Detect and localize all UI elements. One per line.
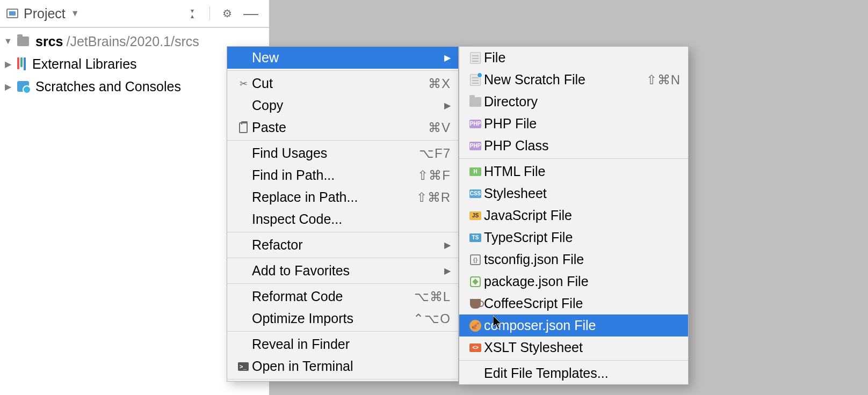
folder-icon bbox=[17, 36, 29, 46]
menu-item-label: composer.json File bbox=[484, 318, 681, 333]
toolbar-divider bbox=[209, 6, 210, 20]
project-view-dropdown-icon[interactable]: ▼ bbox=[71, 9, 79, 18]
menu-item-label: Find Usages bbox=[252, 145, 419, 161]
tsconfig-icon bbox=[470, 254, 481, 265]
scratches-label: Scratches and Consoles bbox=[35, 79, 181, 94]
coffee-icon bbox=[470, 299, 481, 309]
context-menu-item[interactable]: Reveal in Finder bbox=[227, 333, 458, 355]
menu-separator bbox=[227, 283, 458, 284]
menu-separator bbox=[227, 258, 458, 258]
menu-item-label: Reformat Code bbox=[252, 289, 414, 304]
context-menu-item[interactable]: Add to Favorites▶ bbox=[227, 260, 458, 282]
composer-icon bbox=[469, 320, 481, 332]
menu-item-shortcut: ⌘V bbox=[428, 120, 451, 135]
context-menu-item[interactable]: Refactor▶ bbox=[227, 234, 458, 256]
menu-item-label: Reveal in Finder bbox=[252, 337, 451, 352]
project-view-icon bbox=[6, 9, 18, 18]
menu-item-shortcut: ⇧⌘N bbox=[646, 72, 681, 87]
menu-item-label: CoffeeScript File bbox=[484, 296, 681, 311]
php-icon: PHP bbox=[469, 120, 481, 128]
menu-item-label: Optimize Imports bbox=[252, 311, 413, 326]
menu-item-shortcut: ⌃⌥O bbox=[413, 311, 451, 326]
new-submenu-item[interactable]: Directory bbox=[459, 91, 688, 113]
tree-root-name: srcs bbox=[35, 34, 63, 49]
menu-item-label: New Scratch File bbox=[484, 72, 646, 87]
menu-item-label: Edit File Templates... bbox=[484, 365, 681, 381]
new-submenu-item[interactable]: <>XSLT Stylesheet bbox=[459, 337, 688, 359]
menu-separator bbox=[227, 331, 458, 332]
php-icon: PHP bbox=[469, 142, 481, 150]
new-submenu-item[interactable]: package.json File bbox=[459, 270, 688, 292]
context-menu-item[interactable]: >_Open in Terminal bbox=[227, 355, 458, 377]
context-menu-item[interactable]: Paste⌘V bbox=[227, 116, 458, 138]
chevron-down-icon[interactable]: ▼ bbox=[2, 36, 14, 46]
menu-separator bbox=[227, 140, 458, 141]
context-menu-item[interactable]: Reformat Code⌥⌘L bbox=[227, 286, 458, 308]
new-submenu-item[interactable]: tsconfig.json File bbox=[459, 248, 688, 270]
menu-item-label: New bbox=[252, 50, 444, 65]
menu-item-label: PHP Class bbox=[484, 138, 681, 153]
new-submenu: FileNew Scratch File⇧⌘NDirectoryPHPPHP F… bbox=[459, 46, 689, 385]
menu-item-label: PHP File bbox=[484, 116, 681, 131]
js-icon: JS bbox=[469, 211, 481, 220]
chevron-right-icon: ▶ bbox=[444, 53, 451, 63]
menu-separator bbox=[459, 360, 688, 361]
scratch-file-icon bbox=[470, 74, 481, 86]
menu-item-label: Refactor bbox=[252, 237, 444, 253]
new-submenu-item[interactable]: HHTML File bbox=[459, 160, 688, 182]
tree-root-path: /JetBrains/2020.1/srcs bbox=[66, 34, 199, 49]
collapse-all-icon[interactable] bbox=[185, 6, 200, 21]
scratches-icon bbox=[17, 81, 29, 92]
hide-panel-icon[interactable]: — bbox=[243, 6, 258, 21]
menu-item-label: Replace in Path... bbox=[252, 189, 416, 205]
chevron-right-icon[interactable]: ▶ bbox=[2, 82, 14, 92]
file-icon bbox=[470, 52, 481, 64]
new-submenu-item[interactable]: File bbox=[459, 47, 688, 69]
menu-item-label: Copy bbox=[252, 98, 444, 113]
context-menu-item[interactable]: Find Usages⌥F7 bbox=[227, 142, 458, 164]
new-submenu-item[interactable]: PHPPHP Class bbox=[459, 135, 688, 157]
directory-icon bbox=[469, 97, 481, 107]
context-menu-item[interactable]: Find in Path...⇧⌘F bbox=[227, 164, 458, 186]
gear-icon[interactable]: ⚙ bbox=[220, 6, 235, 21]
new-submenu-item[interactable]: JSJavaScript File bbox=[459, 204, 688, 226]
new-submenu-item[interactable]: CoffeeScript File bbox=[459, 292, 688, 314]
menu-item-label: Find in Path... bbox=[252, 167, 417, 183]
new-submenu-item[interactable]: Edit File Templates... bbox=[459, 362, 688, 384]
new-submenu-item[interactable]: PHPPHP File bbox=[459, 113, 688, 135]
new-submenu-item[interactable]: New Scratch File⇧⌘N bbox=[459, 69, 688, 91]
xslt-icon: <> bbox=[469, 343, 481, 352]
menu-item-label: Directory bbox=[484, 94, 681, 109]
menu-item-shortcut: ⌥⌘L bbox=[414, 289, 451, 304]
new-submenu-item[interactable]: composer.json File bbox=[459, 314, 688, 337]
context-menu-item[interactable]: Replace in Path...⇧⌘R bbox=[227, 186, 458, 208]
menu-item-label: Add to Favorites bbox=[252, 263, 444, 279]
menu-item-label: File bbox=[484, 50, 681, 65]
menu-separator bbox=[227, 379, 458, 379]
new-submenu-item[interactable]: CSSStylesheet bbox=[459, 182, 688, 204]
terminal-icon: >_ bbox=[238, 362, 249, 371]
menu-separator bbox=[459, 158, 688, 159]
menu-item-label: Paste bbox=[252, 120, 428, 135]
context-menu-item[interactable]: Optimize Imports⌃⌥O bbox=[227, 308, 458, 330]
menu-item-label: Cut bbox=[252, 76, 428, 91]
project-view-label[interactable]: Project bbox=[24, 6, 66, 21]
css-icon: CSS bbox=[469, 189, 481, 198]
menu-item-shortcut: ⌥F7 bbox=[419, 146, 451, 161]
menu-item-label: TypeScript File bbox=[484, 230, 681, 245]
project-header: Project ▼ ⚙ — bbox=[0, 0, 269, 28]
html-icon: H bbox=[469, 167, 481, 176]
menu-item-label: Inspect Code... bbox=[252, 211, 451, 227]
ts-icon: TS bbox=[469, 233, 481, 242]
context-menu-item[interactable]: Copy▶ bbox=[227, 94, 458, 116]
menu-item-label: Stylesheet bbox=[484, 186, 681, 201]
context-menu-item[interactable]: New▶ bbox=[227, 47, 458, 69]
menu-item-label: HTML File bbox=[484, 164, 681, 179]
new-submenu-item[interactable]: TSTypeScript File bbox=[459, 226, 688, 248]
context-menu-item[interactable]: Inspect Code... bbox=[227, 208, 458, 230]
chevron-right-icon[interactable]: ▶ bbox=[2, 59, 14, 69]
context-menu: New▶✂Cut⌘XCopy▶Paste⌘VFind Usages⌥F7Find… bbox=[227, 46, 459, 382]
menu-item-label: tsconfig.json File bbox=[484, 252, 681, 267]
menu-item-label: Open in Terminal bbox=[252, 359, 451, 374]
context-menu-item[interactable]: ✂Cut⌘X bbox=[227, 72, 458, 94]
